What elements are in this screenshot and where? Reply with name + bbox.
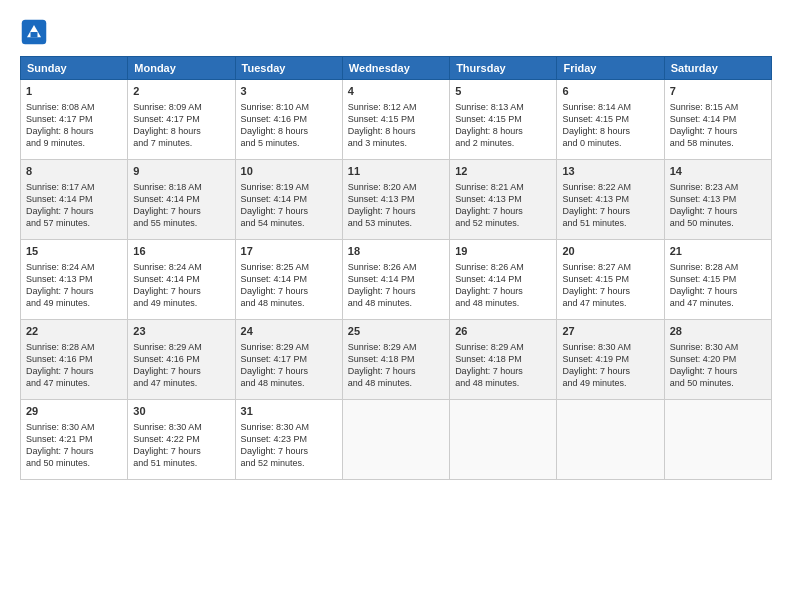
day-info-line: and 52 minutes.	[455, 217, 551, 229]
day-info-line: Daylight: 7 hours	[133, 285, 229, 297]
day-info-line: Sunset: 4:16 PM	[241, 113, 337, 125]
day-info-line: Sunrise: 8:29 AM	[133, 341, 229, 353]
day-header-saturday: Saturday	[664, 57, 771, 80]
calendar-cell: 1Sunrise: 8:08 AMSunset: 4:17 PMDaylight…	[21, 80, 128, 160]
day-info-line: Daylight: 7 hours	[670, 285, 766, 297]
calendar-cell	[450, 400, 557, 480]
day-info-line: Daylight: 7 hours	[670, 205, 766, 217]
calendar-cell: 14Sunrise: 8:23 AMSunset: 4:13 PMDayligh…	[664, 160, 771, 240]
day-number: 18	[348, 244, 444, 259]
day-info-line: Sunrise: 8:30 AM	[133, 421, 229, 433]
day-number: 6	[562, 84, 658, 99]
day-info-line: and 5 minutes.	[241, 137, 337, 149]
day-info-line: Sunset: 4:14 PM	[241, 273, 337, 285]
day-info-line: Sunset: 4:18 PM	[348, 353, 444, 365]
day-number: 23	[133, 324, 229, 339]
day-info-line: Sunset: 4:13 PM	[562, 193, 658, 205]
day-info-line: Sunrise: 8:23 AM	[670, 181, 766, 193]
day-number: 20	[562, 244, 658, 259]
day-number: 22	[26, 324, 122, 339]
day-info-line: and 50 minutes.	[26, 457, 122, 469]
day-info-line: Daylight: 7 hours	[133, 365, 229, 377]
calendar-cell: 18Sunrise: 8:26 AMSunset: 4:14 PMDayligh…	[342, 240, 449, 320]
day-info-line: and 49 minutes.	[133, 297, 229, 309]
day-number: 19	[455, 244, 551, 259]
day-info-line: Sunset: 4:17 PM	[26, 113, 122, 125]
calendar-cell: 4Sunrise: 8:12 AMSunset: 4:15 PMDaylight…	[342, 80, 449, 160]
day-info-line: Sunrise: 8:08 AM	[26, 101, 122, 113]
calendar-cell: 29Sunrise: 8:30 AMSunset: 4:21 PMDayligh…	[21, 400, 128, 480]
day-info-line: Sunrise: 8:26 AM	[455, 261, 551, 273]
day-info-line: and 48 minutes.	[348, 297, 444, 309]
day-info-line: Sunset: 4:18 PM	[455, 353, 551, 365]
calendar-cell: 28Sunrise: 8:30 AMSunset: 4:20 PMDayligh…	[664, 320, 771, 400]
day-info-line: Sunset: 4:13 PM	[26, 273, 122, 285]
day-info-line: Sunrise: 8:19 AM	[241, 181, 337, 193]
day-info-line: Daylight: 7 hours	[26, 365, 122, 377]
day-info-line: Daylight: 8 hours	[455, 125, 551, 137]
day-number: 17	[241, 244, 337, 259]
day-info-line: Sunset: 4:23 PM	[241, 433, 337, 445]
day-info-line: Sunrise: 8:27 AM	[562, 261, 658, 273]
day-info-line: Sunset: 4:15 PM	[562, 273, 658, 285]
day-info-line: Sunset: 4:14 PM	[133, 273, 229, 285]
day-header-sunday: Sunday	[21, 57, 128, 80]
day-info-line: Daylight: 8 hours	[26, 125, 122, 137]
day-info-line: and 9 minutes.	[26, 137, 122, 149]
day-info-line: Sunrise: 8:29 AM	[348, 341, 444, 353]
day-info-line: Daylight: 8 hours	[133, 125, 229, 137]
day-number: 25	[348, 324, 444, 339]
day-info-line: Sunrise: 8:26 AM	[348, 261, 444, 273]
day-info-line: Sunset: 4:14 PM	[455, 273, 551, 285]
day-info-line: Daylight: 7 hours	[133, 205, 229, 217]
day-number: 10	[241, 164, 337, 179]
day-info-line: Daylight: 7 hours	[348, 205, 444, 217]
calendar-cell: 25Sunrise: 8:29 AMSunset: 4:18 PMDayligh…	[342, 320, 449, 400]
day-info-line: Sunrise: 8:24 AM	[26, 261, 122, 273]
day-info-line: and 51 minutes.	[133, 457, 229, 469]
day-info-line: Daylight: 7 hours	[241, 365, 337, 377]
day-info-line: Daylight: 7 hours	[26, 205, 122, 217]
day-info-line: Sunrise: 8:30 AM	[241, 421, 337, 433]
calendar-cell: 20Sunrise: 8:27 AMSunset: 4:15 PMDayligh…	[557, 240, 664, 320]
calendar-week-row: 29Sunrise: 8:30 AMSunset: 4:21 PMDayligh…	[21, 400, 772, 480]
day-info-line: Sunrise: 8:24 AM	[133, 261, 229, 273]
day-info-line: Sunset: 4:17 PM	[241, 353, 337, 365]
day-info-line: Sunrise: 8:21 AM	[455, 181, 551, 193]
day-info-line: Sunset: 4:22 PM	[133, 433, 229, 445]
calendar-cell: 22Sunrise: 8:28 AMSunset: 4:16 PMDayligh…	[21, 320, 128, 400]
calendar-week-row: 8Sunrise: 8:17 AMSunset: 4:14 PMDaylight…	[21, 160, 772, 240]
day-info-line: Sunrise: 8:29 AM	[455, 341, 551, 353]
day-header-wednesday: Wednesday	[342, 57, 449, 80]
day-info-line: Sunrise: 8:18 AM	[133, 181, 229, 193]
day-info-line: and 47 minutes.	[133, 377, 229, 389]
day-info-line: Daylight: 7 hours	[562, 285, 658, 297]
day-number: 3	[241, 84, 337, 99]
day-number: 12	[455, 164, 551, 179]
day-info-line: Sunrise: 8:28 AM	[26, 341, 122, 353]
day-info-line: and 47 minutes.	[562, 297, 658, 309]
day-info-line: Sunrise: 8:14 AM	[562, 101, 658, 113]
day-info-line: Sunset: 4:15 PM	[348, 113, 444, 125]
day-info-line: Sunset: 4:13 PM	[455, 193, 551, 205]
day-info-line: Sunset: 4:14 PM	[26, 193, 122, 205]
calendar-cell: 13Sunrise: 8:22 AMSunset: 4:13 PMDayligh…	[557, 160, 664, 240]
day-info-line: Sunset: 4:13 PM	[670, 193, 766, 205]
day-number: 31	[241, 404, 337, 419]
day-number: 26	[455, 324, 551, 339]
day-info-line: Daylight: 7 hours	[670, 125, 766, 137]
day-number: 29	[26, 404, 122, 419]
day-info-line: and 52 minutes.	[241, 457, 337, 469]
day-info-line: Sunrise: 8:30 AM	[562, 341, 658, 353]
day-info-line: Sunrise: 8:10 AM	[241, 101, 337, 113]
day-number: 8	[26, 164, 122, 179]
day-info-line: and 47 minutes.	[26, 377, 122, 389]
day-number: 15	[26, 244, 122, 259]
day-info-line: and 48 minutes.	[455, 297, 551, 309]
logo	[20, 18, 52, 46]
day-info-line: Sunset: 4:15 PM	[562, 113, 658, 125]
day-info-line: and 51 minutes.	[562, 217, 658, 229]
day-number: 16	[133, 244, 229, 259]
day-info-line: Sunrise: 8:13 AM	[455, 101, 551, 113]
day-info-line: Sunset: 4:15 PM	[455, 113, 551, 125]
